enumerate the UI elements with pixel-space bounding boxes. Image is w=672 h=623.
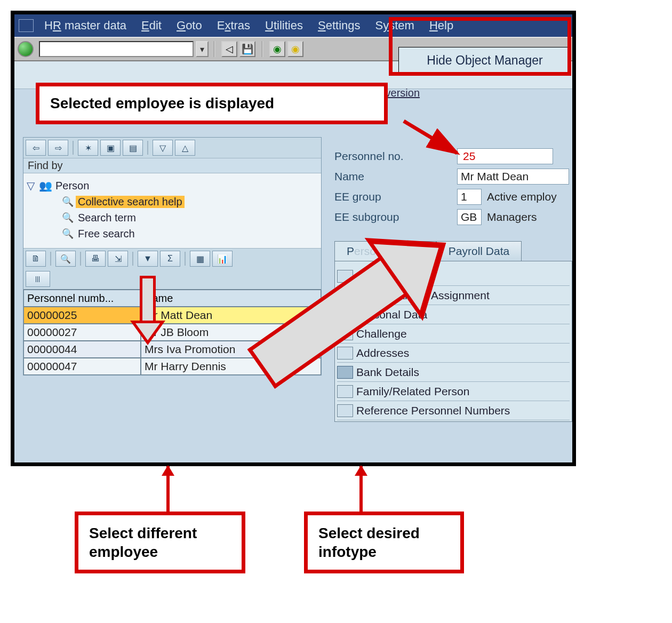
arrow-up-icon xyxy=(162,465,174,476)
binoculars-icon: 🔍 xyxy=(60,228,76,239)
nav-back-green-icon[interactable]: ◉ xyxy=(269,41,285,57)
save-icon[interactable]: 💾 xyxy=(239,41,255,57)
svg-line-0 xyxy=(404,121,457,153)
create-icon[interactable]: ✶ xyxy=(78,140,98,156)
find-by-tree: ▽ 👥 Person 🔍 Collective search help 🔍 Se… xyxy=(23,173,321,248)
find-by-heading: Find by xyxy=(23,158,321,173)
object-manager-toolbar: ⇦ ⇨ ✶ ▣ ▤ ▽ △ xyxy=(23,138,321,158)
annotation-select-different: Select different employee xyxy=(75,512,245,573)
command-history-dropdown[interactable]: ▾ xyxy=(196,41,209,57)
ee-subgroup-text: Managers xyxy=(487,211,537,223)
expand-icon[interactable]: ▣ xyxy=(100,140,121,156)
col-personnel-number[interactable]: Personnel numb... xyxy=(23,290,141,307)
print-icon[interactable]: 🖶 xyxy=(85,251,106,267)
find-icon[interactable]: 🔍 xyxy=(55,251,76,267)
collapse-icon[interactable]: ▤ xyxy=(123,140,143,156)
menu-system[interactable]: System xyxy=(375,19,414,33)
back-icon[interactable]: ◁ xyxy=(221,41,237,57)
enter-icon[interactable] xyxy=(18,41,34,57)
hide-object-manager-menuitem[interactable]: Hide Object Manager xyxy=(398,47,571,74)
tree-search-term[interactable]: 🔍 Search term xyxy=(26,210,319,226)
menu-settings[interactable]: Settings xyxy=(318,19,361,33)
ee-group-text: Active employ xyxy=(487,190,557,203)
binoculars-icon: 🔍 xyxy=(60,196,76,207)
command-field[interactable] xyxy=(39,41,194,57)
filter-icon[interactable]: ▼ xyxy=(138,251,158,267)
menu-edit[interactable]: Edit xyxy=(141,19,162,33)
menu-help[interactable]: Help xyxy=(429,19,453,33)
name-field: Mr Matt Dean xyxy=(457,169,569,185)
annotation-arrow-down xyxy=(132,276,164,356)
tree-collective-search[interactable]: 🔍 Collective search help xyxy=(26,194,319,210)
annotation-arrow-to-personnel-no xyxy=(404,121,468,158)
layout-icon[interactable]: ▦ xyxy=(190,251,210,267)
binoculars-icon: 🔍 xyxy=(60,212,76,223)
person-icon: 👥 xyxy=(37,179,53,192)
menu-extras[interactable]: Extras xyxy=(217,19,250,33)
sap-window: HR master data Edit Goto Extras Utilitie… xyxy=(14,14,572,462)
export-icon[interactable]: ⇲ xyxy=(108,251,128,267)
window-icon xyxy=(19,19,34,32)
sum-icon[interactable]: Σ xyxy=(160,251,180,267)
sort-desc-icon[interactable]: △ xyxy=(175,140,195,156)
menu-utilities[interactable]: Utilities xyxy=(265,19,303,33)
tree-free-search[interactable]: 🔍 Free search xyxy=(26,226,319,242)
details-icon[interactable]: 🗎 xyxy=(26,251,46,267)
nav-exit-yellow-icon[interactable]: ◉ xyxy=(287,41,303,57)
nav-next-icon[interactable]: ⇨ xyxy=(48,140,68,156)
chart-icon[interactable]: 📊 xyxy=(212,251,233,267)
columns-icon[interactable]: ⫼ xyxy=(26,271,50,287)
annotation-select-infotype: Select desired infotype xyxy=(304,512,464,573)
nav-prev-icon[interactable]: ⇦ xyxy=(26,140,46,156)
menubar: HR master data Edit Goto Extras Utilitie… xyxy=(14,14,572,37)
list-item[interactable]: Reference Personnel Numbers xyxy=(337,401,570,420)
annotation-selected-employee: Selected employee is displayed xyxy=(36,83,388,124)
tree-person[interactable]: ▽ 👥 Person xyxy=(26,178,319,194)
sort-asc-icon[interactable]: ▽ xyxy=(153,140,173,156)
menu-hr[interactable]: HR master data xyxy=(44,19,126,33)
menu-goto[interactable]: Goto xyxy=(177,19,202,33)
ee-group-code[interactable]: 1 xyxy=(457,189,482,205)
arrow-up-icon xyxy=(355,465,367,476)
